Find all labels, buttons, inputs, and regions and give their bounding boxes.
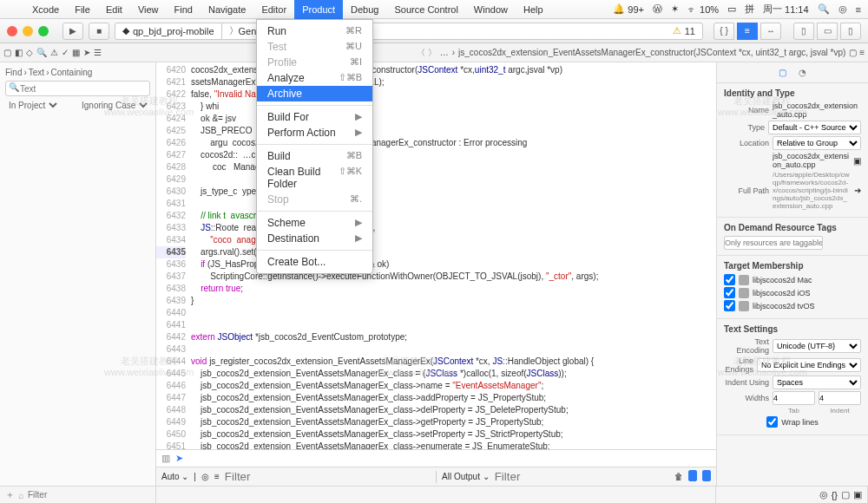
- identity-tab-icon[interactable]: ▢: [779, 68, 786, 77]
- nav-symbol-icon[interactable]: ◇: [26, 48, 33, 57]
- add-icon[interactable]: ＋: [5, 488, 15, 501]
- nav-test-icon[interactable]: ✓: [62, 48, 69, 57]
- nav-debug-icon[interactable]: ▦: [72, 48, 80, 57]
- variables-filter[interactable]: [225, 470, 431, 483]
- footer: ＋ ⌕ ◎ {} ▢ ▣: [0, 486, 868, 503]
- warning-icon[interactable]: ⚠: [673, 25, 681, 36]
- nav-project-icon[interactable]: ▢: [3, 48, 11, 57]
- menu-clean[interactable]: Clean Build Folder⇧⌘K: [257, 164, 372, 192]
- breakpoint-icon[interactable]: ➤: [175, 453, 183, 464]
- menu-view[interactable]: View: [130, 0, 167, 19]
- find-navigator: Find›Text›Containing 🔍 In Project Ignori…: [0, 62, 156, 486]
- menu-navigate[interactable]: Navigate: [201, 0, 253, 19]
- menu-run[interactable]: Run⌘R: [257, 23, 372, 39]
- nav-issue-icon[interactable]: ⚠: [50, 48, 58, 57]
- menu-debug[interactable]: Debug: [343, 0, 386, 19]
- zoom-window[interactable]: [38, 26, 49, 36]
- menu-product[interactable]: Product: [294, 0, 343, 19]
- date-time[interactable]: 周一 11:14: [763, 3, 809, 16]
- source-editor[interactable]: 6420642164226423642464256426642764286429…: [156, 62, 716, 486]
- menu-destination[interactable]: Destination▶: [257, 231, 372, 246]
- locate-icon[interactable]: ▣: [853, 156, 861, 166]
- menu-build-for[interactable]: Build For▶: [257, 109, 372, 125]
- indent-using[interactable]: Spaces: [773, 376, 861, 389]
- related-items-icon[interactable]: ▢ ≡: [849, 48, 865, 57]
- tab-width[interactable]: [773, 391, 815, 405]
- warning-count: 11: [685, 26, 695, 36]
- xcode-toolbar: ▶ ■ ◆qp_bjd_proj-mobile 〉Generic iOS Dev…: [0, 19, 868, 43]
- find-breadcrumb[interactable]: Find›Text›Containing: [5, 68, 150, 77]
- target-ios[interactable]: [724, 287, 735, 298]
- navigator-filter[interactable]: [28, 490, 150, 500]
- library-snippet-icon[interactable]: {}: [832, 490, 838, 500]
- console-filter[interactable]: [495, 470, 669, 483]
- status-icon-1[interactable]: Ⓦ: [653, 3, 662, 16]
- line-endings[interactable]: No Explicit Line Endings: [757, 358, 861, 372]
- reveal-icon[interactable]: ➜: [854, 186, 861, 195]
- toggle-debug[interactable]: ▭: [817, 23, 838, 40]
- spotlight-icon[interactable]: 🔍: [818, 3, 830, 15]
- menu-build[interactable]: Build⌘B: [257, 148, 372, 164]
- target-mac[interactable]: [724, 274, 735, 285]
- menu-find[interactable]: Find: [167, 0, 201, 19]
- ondemand-input: [724, 236, 823, 250]
- toggle-inspector[interactable]: ▯: [840, 23, 861, 40]
- nav-find-icon[interactable]: 🔍: [36, 48, 47, 57]
- toggle-navigator[interactable]: ▯: [793, 23, 814, 40]
- wrap-lines[interactable]: [766, 416, 778, 428]
- menu-editor[interactable]: Editor: [253, 0, 294, 19]
- clear-console-icon[interactable]: 🗑: [674, 472, 683, 481]
- menu-edit[interactable]: Edit: [98, 0, 130, 19]
- menu-perform-action[interactable]: Perform Action▶: [257, 125, 372, 140]
- minimize-window[interactable]: [23, 26, 33, 36]
- editor-standard[interactable]: { }: [713, 23, 734, 40]
- run-button[interactable]: ▶: [62, 23, 83, 40]
- notif-icon[interactable]: 🔔99+: [613, 3, 644, 15]
- indent-width[interactable]: [819, 391, 861, 405]
- toggle-vars-icon[interactable]: [688, 470, 697, 483]
- menu-create-bot[interactable]: Create Bot...: [257, 254, 372, 270]
- battery-icon[interactable]: ▭: [727, 3, 736, 15]
- menu-analyze[interactable]: Analyze⇧⌘B: [257, 70, 372, 86]
- var-view-icon[interactable]: ◎: [201, 472, 209, 481]
- nav-report-icon[interactable]: ☰: [94, 48, 102, 57]
- menu-help[interactable]: Help: [516, 0, 551, 19]
- hide-debug-icon[interactable]: ▥: [161, 453, 170, 464]
- nav-source-icon[interactable]: ◧: [15, 48, 23, 57]
- menu-xcode[interactable]: Xcode: [24, 0, 67, 19]
- find-input[interactable]: [5, 81, 150, 96]
- close-window[interactable]: [7, 26, 17, 36]
- library-object-icon[interactable]: ◎: [819, 489, 828, 500]
- output-mode[interactable]: All Output ⌄: [442, 472, 490, 481]
- file-type[interactable]: Default - C++ Source: [768, 121, 861, 134]
- nav-breakpoint-icon[interactable]: ➤: [83, 48, 90, 57]
- menu-archive[interactable]: Archive: [257, 86, 372, 101]
- notification-center-icon[interactable]: ≡: [856, 4, 861, 15]
- file-location[interactable]: Relative to Group: [773, 136, 861, 150]
- find-scope[interactable]: In Project: [5, 100, 60, 111]
- menubar-status: 🔔99+ Ⓦ ✶ ᯤ 10% ▭ 拼 周一 11:14 🔍 ◎ ≡: [613, 3, 861, 16]
- status-icon-2[interactable]: ✶: [671, 3, 679, 15]
- toggle-console-icon[interactable]: [702, 470, 711, 483]
- var-view-icon2[interactable]: ≡: [214, 472, 220, 481]
- editor-version[interactable]: ↔: [760, 23, 781, 40]
- menu-scheme[interactable]: Scheme▶: [257, 215, 372, 231]
- wifi-icon[interactable]: ᯤ 10%: [687, 4, 719, 15]
- debug-auto[interactable]: Auto ⌄: [161, 472, 188, 481]
- menu-file[interactable]: File: [67, 0, 98, 19]
- siri-icon[interactable]: ◎: [838, 3, 847, 15]
- library-media-icon[interactable]: ▣: [853, 489, 862, 500]
- jump-bar[interactable]: 〈 〉 … › js_cocos2dx_extension_EventAsset…: [417, 47, 845, 59]
- editor-assistant[interactable]: ≡: [737, 23, 758, 40]
- menu-window[interactable]: Window: [466, 0, 516, 19]
- library-file-icon[interactable]: ▢: [841, 489, 850, 500]
- file-name[interactable]: jsb_cocos2dx_extension_auto.cpp: [773, 101, 861, 119]
- file-fullpath: /Users/apple/Desktop/cwqp/frameworks/coc…: [773, 171, 851, 210]
- history-tab-icon[interactable]: ◔: [799, 68, 806, 77]
- encoding[interactable]: Unicode (UTF-8): [773, 339, 861, 353]
- menu-source-control[interactable]: Source Control: [386, 0, 465, 19]
- ime-icon[interactable]: 拼: [745, 3, 754, 16]
- find-case[interactable]: Ignoring Case: [78, 100, 150, 111]
- stop-button[interactable]: ■: [89, 23, 109, 40]
- target-tvos[interactable]: [724, 300, 735, 311]
